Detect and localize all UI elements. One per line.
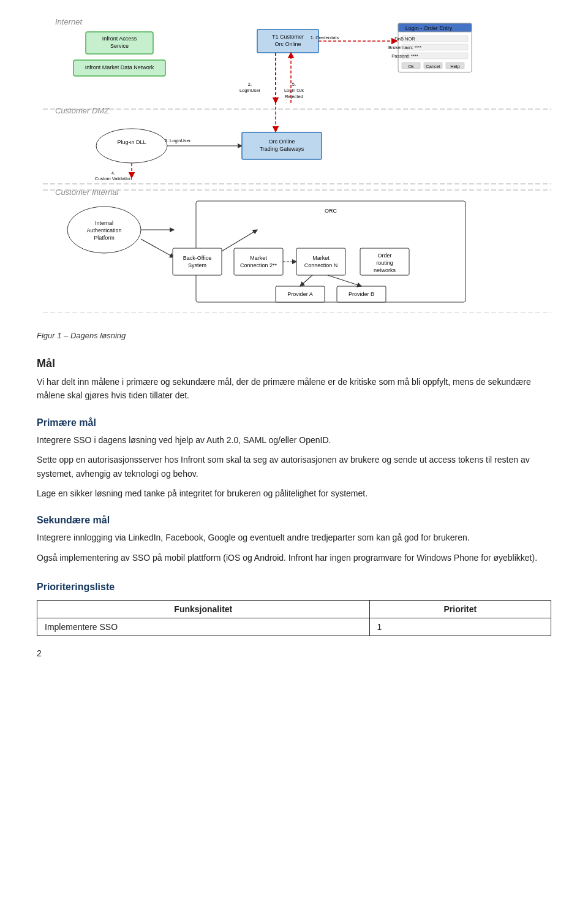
svg-text:Trading Gateways: Trading Gateways — [260, 146, 304, 152]
priority-table: Funksjonalitet Prioritet Implementere SS… — [37, 600, 551, 636]
login-dialog-title: Login - Order Entry — [405, 25, 453, 31]
svg-text:Platform: Platform — [94, 235, 115, 241]
goals-heading: Mål — [37, 357, 551, 370]
orc-large-label: ORC — [325, 208, 337, 214]
orc-trading-label: Orc Online — [268, 139, 295, 145]
secondary-p2: Også implementering av SSO på mobil plat… — [37, 551, 551, 564]
page-number: 2 — [37, 648, 551, 658]
primary-p2: Sette opp en autorisasjonsserver hos Inf… — [37, 453, 551, 480]
svg-text:Authentication: Authentication — [86, 227, 121, 233]
internet-label: Internet — [55, 17, 83, 26]
plugin-dll-box — [96, 129, 167, 163]
secondary-heading: Sekundære mål — [37, 515, 551, 526]
auth-to-backoffice-arrow — [141, 239, 174, 257]
customer-dmz-label: Customer DMZ — [55, 106, 110, 115]
svg-text:System: System — [188, 262, 206, 268]
page: Internet Infront Access Service Infront … — [0, 0, 588, 907]
figure-caption: Figur 1 – Dagens løsning — [37, 331, 551, 340]
infront-access-service-label: Infront Access — [102, 36, 137, 42]
table-header-funksjonalitet: Funksjonalitet — [37, 601, 370, 618]
mcn-to-provB-arrow — [328, 275, 361, 286]
primary-heading: Primære mål — [37, 417, 551, 428]
primary-p3: Lage en sikker løsning med tanke på inte… — [37, 487, 551, 500]
svg-text:Orc Online: Orc Online — [274, 41, 301, 47]
mcn-to-provA-arrow — [300, 275, 312, 286]
svg-text:networks: networks — [374, 267, 396, 273]
diagram-svg-wrapper: Internet Infront Access Service Infront … — [37, 12, 551, 313]
diagram-container: Internet Infront Access Service Infront … — [37, 12, 551, 313]
auth-platform-label: Internal — [95, 220, 113, 226]
svg-text:Login O/k: Login O/k — [284, 88, 304, 93]
customer-internal-label: Customer Internal — [55, 188, 119, 197]
svg-text:routing: routing — [376, 260, 393, 266]
market-conn2-label: Market — [250, 255, 267, 261]
primary-p1: Integrere SSO i dagens løsning ved hjelp… — [37, 433, 551, 447]
order-routing-label: Order — [377, 252, 391, 259]
credentials-label: 1. Credentials — [311, 35, 339, 40]
table-cell: Implementere SSO — [37, 618, 370, 636]
backoffice-box — [173, 248, 222, 275]
table-row: Implementere SSO1 — [37, 618, 551, 636]
svg-text:Connection 2**: Connection 2** — [240, 262, 277, 268]
svg-text:Custom Validation: Custom Validation — [95, 176, 132, 181]
custom-validation-label: 4. — [111, 170, 115, 176]
login-rejected-label: 5. — [292, 82, 296, 87]
svg-text:DnB NOR: DnB NOR — [394, 36, 415, 42]
market-conn2-box — [234, 248, 283, 275]
plugin-dll-label: Plug-in DLL — [117, 139, 146, 145]
loginuser-2-label: 2. — [248, 82, 252, 87]
market-connN-label: Market — [312, 255, 330, 261]
provider-a-label: Provider A — [287, 291, 313, 297]
loginuser-3-label: 3. LoginUser — [165, 138, 191, 143]
goals-intro: Vi har delt inn målene i primære og seku… — [37, 375, 551, 403]
svg-text:Rejected: Rejected — [285, 94, 303, 99]
market-connN-box — [296, 248, 345, 275]
table-cell: 1 — [369, 618, 551, 636]
architecture-diagram: Internet Infront Access Service Infront … — [37, 12, 551, 313]
svg-text:Passord: ****: Passord: **** — [391, 53, 418, 59]
svg-text:Ok: Ok — [408, 64, 414, 69]
svg-text:Connection N: Connection N — [304, 262, 338, 268]
svg-text:LoginUser: LoginUser — [239, 88, 261, 93]
table-header-prioritet: Prioritet — [369, 601, 551, 618]
priority-heading: Prioriteringsliste — [37, 582, 551, 593]
provider-b-label: Provider B — [349, 291, 374, 297]
t1-customer-label: T1 Customer — [272, 34, 304, 40]
svg-text:Service: Service — [110, 43, 129, 49]
svg-text:Help: Help — [450, 64, 459, 69]
svg-text:Brukernavn: ****: Brukernavn: **** — [388, 45, 421, 50]
svg-text:Cancel: Cancel — [426, 64, 440, 69]
secondary-p1: Integrere innlogging via LinkedIn, Faceb… — [37, 531, 551, 544]
infront-market-data-label: Infront Market Data Network — [85, 64, 154, 70]
backoffice-label: Back-Office — [183, 255, 211, 261]
